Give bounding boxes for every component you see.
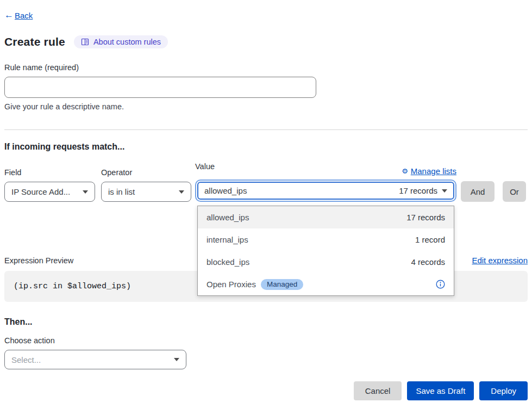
- manage-lists-link[interactable]: ⚙ Manage lists: [402, 166, 456, 176]
- info-icon[interactable]: [436, 280, 445, 289]
- action-select[interactable]: Select...: [4, 350, 186, 369]
- about-custom-rules-link[interactable]: About custom rules: [74, 35, 168, 48]
- page-title: Create rule: [4, 35, 65, 48]
- action-select-placeholder: Select...: [11, 355, 41, 364]
- gear-icon: ⚙: [402, 167, 408, 175]
- managed-badge: Managed: [261, 279, 303, 290]
- section-divider: [4, 129, 528, 130]
- rule-name-label: Rule name (required): [4, 63, 528, 72]
- about-badge-label: About custom rules: [93, 38, 161, 46]
- list-item-name: Open Proxies: [206, 280, 256, 289]
- title-row: Create rule About custom rules: [4, 35, 528, 48]
- field-label: Field: [4, 168, 95, 177]
- value-label: Value: [195, 162, 215, 171]
- list-item-allowed-ips[interactable]: allowed_ips 17 records: [198, 206, 454, 228]
- value-select-selected-name: allowed_ips: [204, 186, 247, 195]
- or-button[interactable]: Or: [503, 181, 526, 202]
- back-link[interactable]: ←Back: [4, 10, 33, 21]
- operator-label: Operator: [101, 168, 191, 177]
- list-item-internal-ips[interactable]: internal_ips 1 record: [198, 228, 454, 251]
- condition-row: Field IP Source Add... Operator is in li…: [4, 162, 528, 202]
- value-select-selected-count: 17 records: [399, 186, 437, 195]
- list-dropdown-panel: allowed_ips 17 records internal_ips 1 re…: [197, 206, 454, 296]
- edit-expression-link[interactable]: Edit expression: [472, 256, 528, 265]
- footer-actions: Cancel Save as Draft Deploy: [4, 381, 528, 400]
- field-select-value: IP Source Add...: [11, 187, 70, 196]
- value-column: Value ⚙ Manage lists allowed_ips 17 reco…: [195, 162, 456, 202]
- choose-action-label: Choose action: [4, 336, 528, 345]
- chevron-down-icon: [179, 190, 184, 194]
- chevron-down-icon: [174, 358, 179, 361]
- create-rule-page: ←Back Create rule About custom rules Rul…: [0, 0, 532, 400]
- operator-select[interactable]: is in list: [101, 182, 191, 202]
- list-item-blocked-ips[interactable]: blocked_ips 4 records: [198, 251, 454, 273]
- book-icon: [81, 38, 89, 46]
- operator-select-value: is in list: [108, 187, 135, 196]
- rule-name-input[interactable]: [4, 77, 316, 98]
- deploy-button[interactable]: Deploy: [479, 381, 528, 400]
- and-button[interactable]: And: [461, 181, 495, 202]
- save-as-draft-button[interactable]: Save as Draft: [407, 381, 474, 400]
- value-select-focus-ring: allowed_ips 17 records: [195, 180, 456, 202]
- back-link-label: Back: [15, 11, 33, 20]
- operator-column: Operator is in list: [101, 168, 191, 202]
- value-select[interactable]: allowed_ips 17 records: [197, 182, 454, 200]
- field-select[interactable]: IP Source Add...: [4, 182, 95, 202]
- back-arrow-icon: ←: [4, 10, 14, 21]
- match-section-heading: If incoming requests match...: [4, 142, 528, 152]
- list-item-name: internal_ips: [206, 235, 248, 244]
- value-header: Value ⚙ Manage lists: [195, 162, 456, 176]
- field-column: Field IP Source Add...: [4, 168, 95, 202]
- chevron-down-icon: [83, 190, 88, 194]
- then-section-heading: Then...: [4, 317, 528, 327]
- list-item-count: 4 records: [411, 257, 445, 267]
- list-item-name: allowed_ips: [206, 213, 249, 222]
- expression-preview-label: Expression Preview: [4, 256, 73, 265]
- chevron-down-icon: [442, 189, 447, 193]
- list-item-count: 1 record: [415, 235, 445, 244]
- manage-lists-label: Manage lists: [411, 166, 456, 176]
- rule-name-helper-text: Give your rule a descriptive name.: [4, 102, 528, 111]
- list-item-open-proxies[interactable]: Open Proxies Managed: [198, 273, 454, 295]
- cancel-button[interactable]: Cancel: [354, 381, 402, 400]
- expression-code: (ip.src in $allowed_ips): [14, 282, 131, 291]
- list-item-name: blocked_ips: [206, 257, 249, 267]
- list-item-count: 17 records: [406, 213, 445, 222]
